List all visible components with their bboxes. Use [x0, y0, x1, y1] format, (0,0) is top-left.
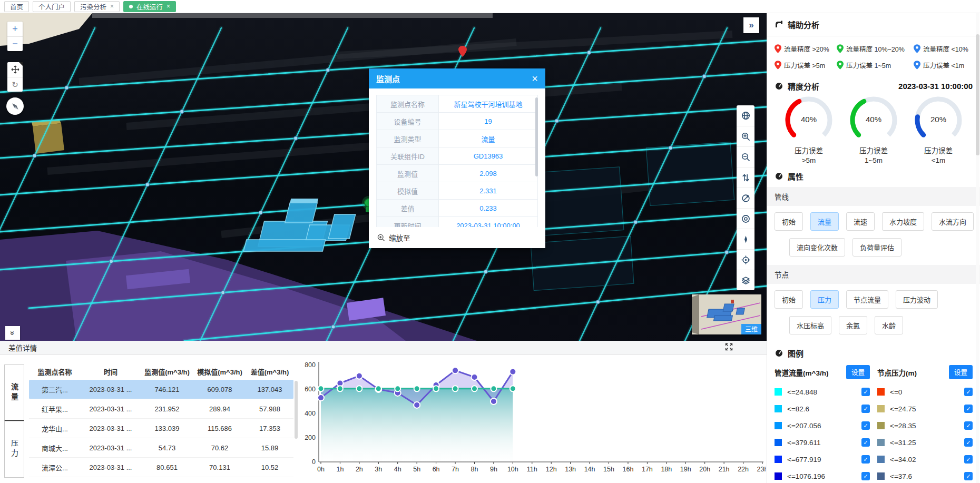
node-button-节点流量[interactable]: 节点流量	[846, 290, 888, 309]
close-icon[interactable]: ×	[532, 73, 538, 84]
tab-3[interactable]: 污染分析×	[74, 1, 120, 12]
svg-text:7h: 7h	[452, 466, 459, 473]
map-rotate-button[interactable]: ↻	[7, 77, 23, 92]
tab-close-icon[interactable]: ×	[110, 3, 114, 10]
table-row[interactable]: 商城大...2023-03-31 ...54.7370.6215.89	[29, 438, 293, 458]
legend-item-checkbox[interactable]: ✓	[861, 472, 870, 480]
map-zoom-in-button[interactable]: +	[7, 22, 23, 36]
table-cell: 15.89	[246, 444, 293, 452]
metric-tab-流量[interactable]: 流量	[4, 364, 24, 421]
map-tool-zoom-in[interactable]	[737, 126, 754, 146]
map-zoom-out-button[interactable]: −	[7, 36, 23, 51]
map-tool-zoom-out[interactable]	[737, 146, 754, 167]
node-button-水龄[interactable]: 水龄	[875, 316, 903, 334]
svg-text:23h: 23h	[757, 466, 766, 473]
legend-item-checkbox[interactable]: ✓	[861, 455, 870, 464]
legend-item-checkbox[interactable]: ✓	[964, 388, 973, 396]
table-cell: 231.952	[141, 405, 193, 413]
map-toolbar	[737, 105, 754, 290]
legend-item-checkbox[interactable]: ✓	[964, 438, 973, 447]
popup-row-value[interactable]: 19	[439, 113, 537, 130]
pipe-button-流速[interactable]: 流速	[846, 212, 875, 231]
legend-item: <=24.848✓	[775, 388, 870, 396]
node-button-压力[interactable]: 压力	[810, 290, 839, 309]
sidebar-scrollbar[interactable]	[976, 13, 979, 483]
legend-item-checkbox[interactable]: ✓	[861, 438, 870, 447]
bottom-panel-collapse-button[interactable]: »	[5, 326, 20, 340]
table-row[interactable]: 第二汽...2023-03-31 ...746.121609.078137.04…	[29, 380, 293, 399]
legend-item-checkbox[interactable]: ✓	[964, 421, 973, 430]
map-pin-icon	[914, 61, 920, 70]
legend-item-checkbox[interactable]: ✓	[861, 388, 870, 396]
expand-icon[interactable]	[725, 343, 733, 352]
legend-color-swatch	[775, 422, 782, 429]
map-tool-rotate[interactable]	[737, 188, 754, 208]
minimap[interactable]: 三维	[692, 294, 761, 334]
map-compass-button[interactable]	[6, 97, 24, 115]
popup-row-value[interactable]: 流量	[439, 130, 537, 147]
node-button-初始[interactable]: 初始	[775, 290, 803, 309]
node-attribute-buttons: 初始压力节点流量压力波动水压标高余氯水龄	[775, 290, 973, 334]
metric-tab-压力[interactable]: 压力	[4, 421, 24, 478]
sidebar-collapse-button[interactable]: »	[743, 17, 759, 33]
map-pan-rotate-controls: ↻	[7, 62, 23, 92]
map-tool-layers[interactable]	[737, 270, 754, 290]
pipe-button-负荷量评估[interactable]: 负荷量评估	[852, 238, 901, 257]
svg-text:14h: 14h	[584, 466, 595, 473]
svg-text:12h: 12h	[546, 466, 557, 473]
map-tool-circle-target[interactable]	[737, 208, 754, 229]
legend-item-checkbox[interactable]: ✓	[964, 472, 973, 480]
pipe-button-初始[interactable]: 初始	[775, 212, 803, 231]
popup-row-value[interactable]: GD13963	[439, 147, 537, 164]
legend-item-checkbox[interactable]: ✓	[964, 455, 973, 464]
zoom-to-button[interactable]: 缩放至	[369, 227, 545, 248]
table-row[interactable]: 红苹果...2023-03-31 ...231.952289.9457.988	[29, 399, 293, 419]
map-3d-view[interactable]: + − ↻ » »	[0, 13, 767, 341]
map-pan-button[interactable]	[7, 62, 23, 77]
popup-title: 监测点	[376, 73, 400, 84]
popup-row-value[interactable]: 2.331	[439, 182, 537, 199]
popup-scrollbar[interactable]	[535, 97, 538, 176]
legend-item-checkbox[interactable]: ✓	[861, 405, 870, 413]
minimap-mode-label[interactable]: 三维	[741, 324, 761, 334]
compass-needle-icon	[11, 102, 20, 111]
legend-item-label: <=24.75	[890, 405, 959, 413]
popup-row-value[interactable]: 新星驾校干河培训基地	[439, 95, 537, 112]
pipe-button-水力坡度[interactable]: 水力坡度	[882, 212, 924, 231]
analysis-timestamp: 2023-03-31 10:00:00	[898, 82, 973, 91]
pipe-button-row: 流向变化次数负荷量评估	[775, 238, 973, 257]
tab-1[interactable]: 首页	[4, 1, 29, 12]
map-tool-compass[interactable]	[737, 229, 754, 249]
legend-item-label: <=82.6	[787, 405, 856, 413]
legend-settings-button[interactable]: 设置	[846, 365, 870, 379]
legend-item-checkbox[interactable]: ✓	[964, 405, 973, 413]
tab-4[interactable]: 在线运行×	[123, 1, 176, 12]
map-pin-icon	[775, 61, 781, 70]
legend-item: <=28.35✓	[877, 421, 973, 430]
node-button-压力波动[interactable]: 压力波动	[896, 290, 938, 309]
zoom-in-icon	[741, 132, 750, 141]
tab-label: 污染分析	[80, 2, 106, 12]
popup-row-value[interactable]: 0.233	[439, 200, 537, 216]
tab-close-icon[interactable]: ×	[166, 3, 170, 10]
pipe-button-流量[interactable]: 流量	[810, 212, 839, 231]
map-tool-globe[interactable]	[737, 105, 754, 126]
popup-row-value[interactable]: 2023-03-31 10:00:00	[439, 217, 537, 227]
table-row[interactable]: 流潭公...2023-03-31 ...80.65170.13110.52	[29, 458, 293, 477]
popup-row-value[interactable]: 2.098	[439, 165, 537, 182]
node-button-余氯[interactable]: 余氯	[839, 316, 867, 334]
svg-text:11h: 11h	[527, 466, 537, 473]
node-button-水压标高[interactable]: 水压标高	[789, 316, 831, 334]
pipe-button-水流方向[interactable]: 水流方向	[932, 212, 974, 231]
svg-text:0h: 0h	[317, 466, 325, 473]
table-cell: 10.52	[246, 464, 293, 471]
legend-item-checkbox[interactable]: ✓	[861, 421, 870, 430]
map-tool-locate[interactable]	[737, 249, 754, 270]
legend-settings-button[interactable]: 设置	[949, 365, 973, 379]
legend-item-label: <=379.611	[787, 439, 856, 447]
popup-row: 设备编号19	[376, 113, 538, 130]
map-tool-swap-vertical[interactable]	[737, 167, 754, 188]
table-row[interactable]: 龙华山...2023-03-31 ...133.039115.68617.353	[29, 419, 293, 438]
tab-2[interactable]: 个人门户	[33, 1, 71, 12]
pipe-button-流向变化次数[interactable]: 流向变化次数	[789, 238, 845, 257]
